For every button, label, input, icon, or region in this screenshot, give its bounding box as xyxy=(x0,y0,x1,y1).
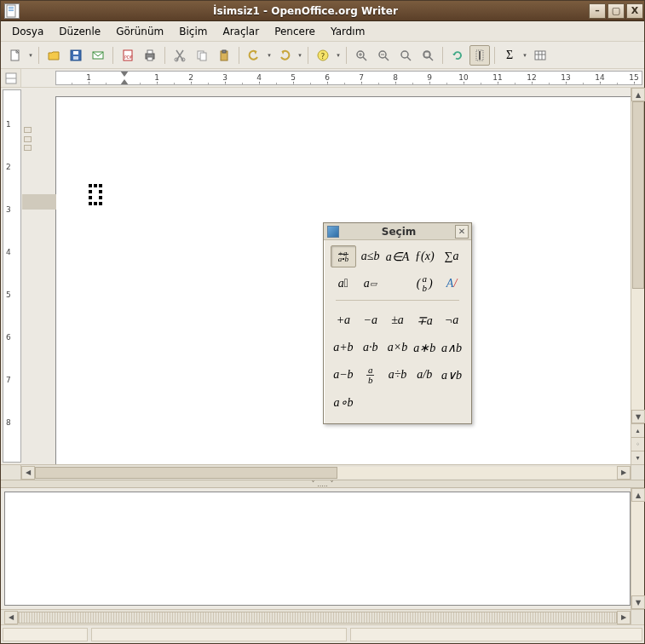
selection-palette[interactable]: Seçim ✕ +aa•ba≤ba∈Aƒ(x)∑a a⃗a▭(ab)A/ +a−… xyxy=(323,222,472,424)
copy-button[interactable] xyxy=(192,45,212,66)
print-button[interactable] xyxy=(140,45,160,66)
formula-scroll-up[interactable]: ▲ xyxy=(631,488,645,502)
horizontal-ruler[interactable]: 1123456789101112131415 xyxy=(55,71,642,85)
prev-page-button[interactable]: ▴ xyxy=(631,423,644,437)
help-dropdown[interactable]: ▾ xyxy=(334,45,343,66)
nav-button[interactable]: ◦ xyxy=(631,437,644,451)
redo-button[interactable] xyxy=(274,45,295,66)
ruler-left-indent-marker[interactable] xyxy=(120,79,129,85)
ruler-first-indent-marker[interactable] xyxy=(120,71,129,77)
palette-set-ops[interactable]: a∈A xyxy=(385,245,411,267)
menu-window[interactable]: Pencere xyxy=(268,23,321,40)
palette-a-and-b[interactable]: a∧b xyxy=(439,336,464,359)
open-button[interactable] xyxy=(43,45,64,66)
status-cell-2[interactable] xyxy=(91,628,347,641)
vertical-ruler[interactable]: 12345678 xyxy=(3,89,21,463)
palette-a-plus-b[interactable]: a+b xyxy=(331,336,356,359)
status-cell-3[interactable] xyxy=(350,628,642,641)
sigma-dropdown[interactable]: ▾ xyxy=(521,45,529,66)
next-page-button[interactable]: ▾ xyxy=(631,451,644,464)
splitter[interactable]: ˅ ..... ˅ xyxy=(1,480,644,488)
palette-functions[interactable]: ƒ(x) xyxy=(412,245,437,267)
menu-view[interactable]: Görünüm xyxy=(110,23,170,40)
cursor-button[interactable] xyxy=(469,45,490,66)
scroll-down-button[interactable]: ▼ xyxy=(631,410,645,423)
formula-input[interactable] xyxy=(4,492,631,606)
zoom-in-button[interactable] xyxy=(351,45,371,66)
pdf-button[interactable]: PDF xyxy=(118,45,138,66)
palette-not-a[interactable]: ¬a xyxy=(439,309,464,331)
undo-button[interactable] xyxy=(244,45,264,66)
palette-minus-a[interactable]: −a xyxy=(358,309,383,331)
status-cell-1[interactable] xyxy=(3,628,88,641)
palette-a-minus-b[interactable]: a−b xyxy=(331,364,356,386)
menu-format[interactable]: Biçim xyxy=(173,23,213,40)
formula-pane: ▲ ▼ xyxy=(1,488,644,609)
ruler-v-number: 3 xyxy=(6,205,11,214)
titlebar[interactable]: İsimsiz1 - OpenOffice.org Writer – ▢ X xyxy=(1,1,644,21)
document-area[interactable]: Seçim ✕ +aa•ba≤ba∈Aƒ(x)∑a a⃗a▭(ab)A/ +a−… xyxy=(21,88,631,464)
zoom-all-button[interactable] xyxy=(418,45,438,66)
hscroll-thumb[interactable] xyxy=(35,467,337,479)
scroll-up-button[interactable]: ▲ xyxy=(631,88,645,101)
palette-a-or-b[interactable]: a∨b xyxy=(439,364,464,386)
menu-file[interactable]: Dosya xyxy=(6,23,49,40)
paste-button[interactable] xyxy=(214,45,234,66)
workarea: 12345678 xyxy=(1,88,644,464)
palette-plus-a[interactable]: +a xyxy=(331,309,356,331)
palette-titlebar[interactable]: Seçim ✕ xyxy=(324,223,471,240)
minimize-button[interactable]: – xyxy=(589,3,606,19)
new-button[interactable] xyxy=(5,45,26,66)
ruler-v-number: 4 xyxy=(6,248,11,256)
ruler-corner[interactable] xyxy=(1,69,21,87)
sigma-button[interactable]: Σ xyxy=(499,45,520,66)
palette-unary-binary[interactable]: +aa•b xyxy=(331,245,356,267)
undo-dropdown[interactable]: ▾ xyxy=(265,45,274,66)
palette-vectors[interactable]: a⃗ xyxy=(331,273,356,295)
zoom-100-button[interactable] xyxy=(395,45,416,66)
maximize-button[interactable]: ▢ xyxy=(608,3,625,19)
palette-a-times-b[interactable]: a×b xyxy=(385,336,411,359)
formula-hscroll-thumb[interactable] xyxy=(18,612,617,624)
zoom-out-button[interactable] xyxy=(373,45,394,66)
formula-scroll-left[interactable]: ◀ xyxy=(4,611,18,624)
refresh-button[interactable] xyxy=(447,45,468,66)
formula-hscroll[interactable]: ◀ ▶ xyxy=(1,610,631,624)
menu-help[interactable]: Yardım xyxy=(325,23,371,40)
new-dropdown[interactable]: ▾ xyxy=(26,45,35,66)
save-button[interactable] xyxy=(66,45,86,66)
table-button[interactable] xyxy=(530,45,550,66)
palette-a-star-b[interactable]: a∗b xyxy=(412,336,437,359)
redo-dropdown[interactable]: ▾ xyxy=(296,45,304,66)
cut-button[interactable] xyxy=(170,45,190,66)
formula-scroll-down[interactable]: ▼ xyxy=(631,595,645,609)
palette-minusplus-a[interactable]: ∓a xyxy=(412,309,437,331)
ruler-h-number: 6 xyxy=(325,73,330,82)
formula-scroll-right[interactable]: ▶ xyxy=(617,611,631,624)
palette-attributes[interactable]: a▭ xyxy=(358,273,383,295)
mail-button[interactable] xyxy=(88,45,108,66)
formula-vscroll[interactable]: ▲ ▼ xyxy=(631,488,644,609)
svg-rect-19 xyxy=(222,50,226,53)
palette-brackets[interactable]: (ab) xyxy=(412,273,437,295)
palette-operators[interactable]: ∑a xyxy=(439,245,464,267)
horizontal-scrollbar[interactable]: ◀ ▶ xyxy=(21,465,631,480)
svg-rect-36 xyxy=(535,51,545,60)
palette-a-dot-b[interactable]: a·b xyxy=(358,336,383,359)
close-button[interactable]: X xyxy=(626,3,643,19)
vertical-scrollbar[interactable]: ▲ ▼ ▴ ◦ ▾ xyxy=(631,88,644,464)
palette-plusminus-a[interactable]: ±a xyxy=(385,309,411,331)
menu-edit[interactable]: Düzenle xyxy=(53,23,107,40)
scroll-left-button[interactable]: ◀ xyxy=(21,466,35,480)
palette-a-slash-b[interactable]: a/b xyxy=(412,364,437,386)
palette-a-div-b[interactable]: a÷b xyxy=(385,364,411,386)
palette-a-over-b[interactable]: ab xyxy=(358,364,383,386)
vscroll-thumb[interactable] xyxy=(632,101,644,289)
palette-close-button[interactable]: ✕ xyxy=(455,225,469,239)
help-button[interactable]: ? xyxy=(313,45,333,66)
menu-tools[interactable]: Araçlar xyxy=(216,23,265,40)
palette-formats[interactable]: A/ xyxy=(439,273,464,295)
palette-a-circ-b[interactable]: a∘b xyxy=(331,391,356,413)
scroll-right-button[interactable]: ▶ xyxy=(617,466,631,480)
palette-relations[interactable]: a≤b xyxy=(358,245,383,267)
